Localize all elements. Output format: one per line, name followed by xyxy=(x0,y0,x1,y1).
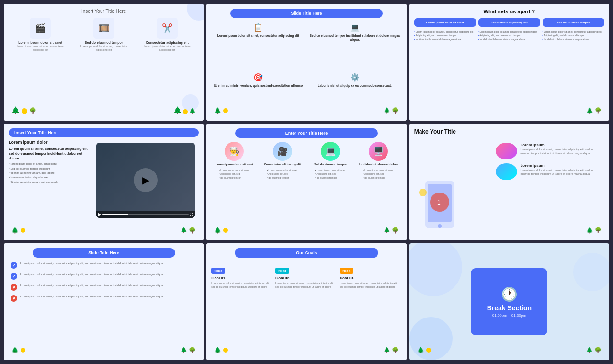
slide5-person-1: 🎥 Consectetur adipiscing elit Lorem ipsu… xyxy=(260,142,306,180)
slide9-break-title: Break Section xyxy=(487,304,532,312)
slide5-avatar-1: 🎥 xyxy=(273,142,292,161)
svg-point-5 xyxy=(419,189,427,196)
slide2-icon-3: ⚙️ xyxy=(350,73,360,82)
slide4-play-bar: ▶ ⛶ xyxy=(96,211,195,218)
slide6-info-row-1: Lorem ipsum Lorem ipsum dolor sit amet, … xyxy=(496,163,601,180)
slide1-icon-0: 🎬 xyxy=(30,18,51,39)
slide1-title: Insert Your Title Here xyxy=(9,9,199,14)
slide8-goal-desc-0: Lorem ipsum dolor sit amet, consectetur … xyxy=(211,282,273,289)
slide4-bold-title: Lorem ipsum dolor xyxy=(9,140,92,145)
slide8-year-2: 20XX xyxy=(340,268,353,274)
slide2-block-1: 💻 Sed do eiusmod tempor incididunt ut la… xyxy=(308,23,402,70)
slide5-persons: 👨‍🍳 Lorem ipsum dolor sit amet Lorem ips… xyxy=(211,142,401,180)
slide7-title: Slide Title Here xyxy=(33,248,175,258)
slide3-bullet-0-1: Adipiscing elit, sed do eiusmod tempor xyxy=(414,34,456,37)
slide1-label-2: Consectetur adipiscing elit xyxy=(146,41,188,44)
slide7-cross-icon-3: ✗ xyxy=(11,295,17,302)
slide3-bullet-1-2: Incididunt ut labore et dolore magna ali… xyxy=(478,38,525,41)
slide1-icon-1: 🎞️ xyxy=(93,18,114,39)
slide1-icon-card-2: ✂️ Consectetur adipiscing elit Lorem ips… xyxy=(139,18,196,52)
slide3-bullet-col-1: Lorem ipsum dolor sit amet, consectetur … xyxy=(478,30,540,41)
slide4-label: Insert Your Title Here xyxy=(9,128,199,137)
slide8-year-1: 20XX xyxy=(275,268,289,274)
slide1-icon-2: ✂️ xyxy=(157,18,178,39)
slide9-break-card: 🕐 Break Section 01:00pm – 01:30pm xyxy=(471,268,547,335)
slide5-name-2: Sed do eiusmod tempor xyxy=(314,163,347,167)
slide2-blocks: 📋 Lorem ipsum dolor sit amet, consectetu… xyxy=(211,23,401,116)
slide4-bullet-0: Lorem ipsum dolor sit amet, consectetur xyxy=(9,162,57,165)
slide3-bullet-2-2: Incididunt ut labore et dolore magna ali… xyxy=(542,38,589,41)
slides-grid: Insert Your Title Here 🎬 Lorem ipsum dol… xyxy=(0,0,613,364)
slide7-item-2: ✗ Lorem ipsum dolor sit amet, consectetu… xyxy=(11,284,197,291)
slide8-goal-desc-2: Lorem ipsum dolor sit amet, consectetur … xyxy=(340,282,402,289)
slide8-goal-1: 20XX Goal 02. Lorem ipsum dolor sit amet… xyxy=(275,265,338,355)
slide8-goal-desc-1: Lorem ipsum dolor sit amet, consectetur … xyxy=(275,282,338,289)
slide2-heading-0: Lorem ipsum dolor sit amet, consectetur … xyxy=(217,34,299,38)
slide2-icon-0: 📋 xyxy=(253,23,263,32)
slide6-info-text-0: Lorem ipsum Lorem ipsum dolor sit amet, … xyxy=(520,143,601,155)
slide8-title: Our Goals xyxy=(235,248,378,258)
slide6-heading-1: Lorem ipsum xyxy=(520,163,601,168)
slide3-card-1: Consectetur adipiscing elit xyxy=(478,18,540,27)
slide3-bullet-1-0: Lorem ipsum dolor sit amet, consectetur … xyxy=(478,30,537,33)
slide-2: Slide Title Here 📋 Lorem ipsum dolor sit… xyxy=(206,4,406,121)
slide4-bullets: Lorem ipsum dolor sit amet, consectetur … xyxy=(9,162,92,184)
slide8-goal-title-0: Goal 01. xyxy=(211,276,273,280)
slide8-divider xyxy=(211,262,401,262)
slide5-name-0: Lorem ipsum dolor sit amet xyxy=(216,163,253,167)
slide9-clock-icon: 🕐 xyxy=(501,286,518,302)
slide5-avatar-3: 🖥️ xyxy=(369,142,388,161)
slide5-title: Enter Your Title Here xyxy=(235,128,378,138)
slide1-desc-0: Lorem ipsum dolor sit amet, consectetur … xyxy=(12,45,69,52)
slide3-bullets: Lorem ipsum dolor sit amet, consectetur … xyxy=(414,30,604,41)
slide7-text-3: Lorem ipsum dolor sit amet, consectetur … xyxy=(20,295,163,298)
slide2-block-0: 📋 Lorem ipsum dolor sit amet, consectetu… xyxy=(211,23,305,70)
slide-8: Our Goals 20XX Goal 01. Lorem ipsum dolo… xyxy=(206,243,406,360)
slide6-info-text-1: Lorem ipsum Lorem ipsum dolor sit amet, … xyxy=(520,163,601,176)
slide4-bullet-2: Ut enim ad minim veniam, quis labore xyxy=(9,171,54,174)
slide5-avatar-2: 💻 xyxy=(321,142,340,161)
slide1-label-0: Lorem ipsum dolor sit amet xyxy=(18,41,62,44)
slide3-bullet-1-1: Adipiscing elit, sed do eiusmod tempor xyxy=(478,34,520,37)
slide3-bullet-2-0: Lorem ipsum dolor sit amet, consectetur … xyxy=(542,30,601,33)
slide6-thumb-0 xyxy=(496,143,517,159)
slide3-bullet-col-2: Lorem ipsum dolor sit amet, consectetur … xyxy=(542,30,604,41)
slide6-desc-0: Lorem ipsum dolor sit amet, consectetur … xyxy=(520,148,601,155)
slide5-bullets-0: Lorem ipsum dolor sit amet, Adipiscing e… xyxy=(219,168,250,180)
slide3-bullet-col-0: Lorem ipsum dolor sit amet, consectetur … xyxy=(414,30,477,41)
slide7-cross-icon-2: ✗ xyxy=(11,284,17,291)
slide2-icon-1: 💻 xyxy=(350,23,360,32)
slide4-bullet-4: Ut enim ad minim veniam quis commodo xyxy=(9,181,58,183)
slide9-break-time: 01:00pm – 01:30pm xyxy=(492,313,526,318)
slide4-subtitle: Lorem ipsum sit amet, consectetur adipis… xyxy=(9,147,92,160)
slide8-goal-0: 20XX Goal 01. Lorem ipsum dolor sit amet… xyxy=(211,265,273,355)
slide-9: 🕐 Break Section 01:00pm – 01:30pm 🌲 🌲 🌳 xyxy=(409,243,609,360)
slide6-title: Make Your Title xyxy=(414,128,604,135)
slide5-avatar-0: 👨‍🍳 xyxy=(225,142,244,161)
slide1-desc-2: Lorem ipsum dolor sit amet, consectetur … xyxy=(139,45,196,52)
slide5-person-2: 💻 Sed do eiusmod tempor Lorem ipsum dolo… xyxy=(307,142,353,180)
slide2-heading-1: Sed do eiusmod tempor incididunt ut labo… xyxy=(308,34,402,42)
slide2-heading-2: Ut enim ad minim veniam, quis nostrud ex… xyxy=(214,84,303,88)
slide8-goal-title-2: Goal 03. xyxy=(340,276,402,280)
slide4-video-thumbnail: ▶ ▶ ⛶ xyxy=(96,143,195,218)
slide5-name-1: Consectetur adipiscing elit xyxy=(264,163,301,167)
slide3-card-2: sed do eiusmod tempor xyxy=(543,18,604,27)
slide6-heading-0: Lorem ipsum xyxy=(520,143,601,147)
slide5-bullets-1: Lorem ipsum dolor sit amet, Adipiscing e… xyxy=(267,168,298,180)
slide7-check-icon-0: ✓ xyxy=(11,262,17,269)
slide-3: What sets us apart ? Lorem ipsum dolor s… xyxy=(409,4,609,121)
slide5-person-0: 👨‍🍳 Lorem ipsum dolor sit amet Lorem ips… xyxy=(211,142,257,180)
slide1-icon-card-1: 🎞️ Sed do eiusmod tempor Lorem ipsum dol… xyxy=(75,18,132,52)
slide6-phone-deco: 1 xyxy=(418,178,466,231)
slide4-progress-bar xyxy=(102,214,189,215)
slide2-heading-3: Laboris nisi ut aliquip ex ea commodo co… xyxy=(318,84,392,88)
slide1-label-1: Sed do eiusmod tempor xyxy=(85,41,123,44)
svg-point-2 xyxy=(438,224,442,228)
slide3-card-0: Lorem ipsum dolor sit amet xyxy=(414,18,476,27)
slide1-desc-1: Lorem ipsum dolor sit amet, consectetur … xyxy=(75,45,132,52)
slide5-bullets-2: Lorem ipsum dolor sit amet, Adipiscing e… xyxy=(315,168,346,180)
slide8-goals-grid: 20XX Goal 01. Lorem ipsum dolor sit amet… xyxy=(211,265,401,355)
slide3-title: What sets us apart ? xyxy=(414,9,604,14)
slide8-goal-2: 20XX Goal 03. Lorem ipsum dolor sit amet… xyxy=(340,265,402,355)
